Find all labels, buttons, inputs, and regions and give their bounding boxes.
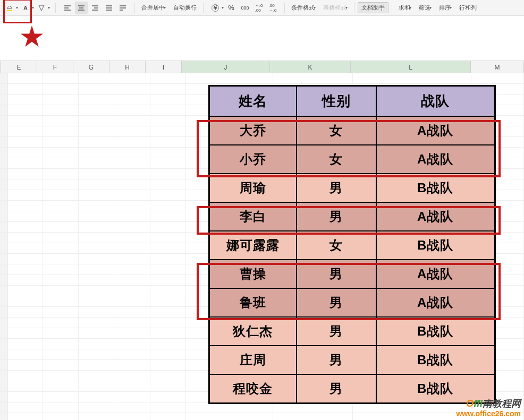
sort-button[interactable]: 排序▾ [436, 3, 455, 13]
rows-cols-button[interactable]: 行和列 [456, 3, 480, 13]
cell-name[interactable]: 周瑜 [209, 174, 297, 202]
ribbon-toolbar: ▾ A ▾ ▾ 合并居中▾ 自动换行 ¥ ▾ % 000 ←.0.00 .00→… [0, 0, 524, 16]
align-left-icon[interactable] [61, 2, 74, 14]
table-row[interactable]: 曹操男A战队 [209, 260, 495, 288]
sum-button[interactable]: 求和▾ [395, 3, 415, 13]
watermark-url: www.office26.com [456, 409, 521, 418]
cell-gender[interactable]: 男 [297, 288, 376, 317]
align-distribute-icon[interactable] [116, 2, 129, 14]
align-right-icon[interactable] [89, 2, 102, 14]
cell-name[interactable]: 鲁班 [209, 288, 297, 317]
header-team[interactable]: 战队 [376, 86, 495, 117]
cell-gender[interactable]: 女 [297, 116, 376, 145]
cell-team[interactable]: A战队 [376, 145, 495, 174]
column-header-G[interactable]: G [73, 61, 109, 73]
cell-gender[interactable]: 男 [297, 260, 376, 288]
align-center-icon[interactable] [75, 2, 88, 14]
table-row[interactable]: 程咬金男B战队 [209, 374, 495, 404]
table-row[interactable]: 周瑜男B战队 [209, 174, 495, 202]
cell-gender[interactable]: 男 [297, 374, 376, 404]
watermark: Offi南教程网 www.office26.com [456, 398, 521, 418]
decrease-decimal-icon[interactable]: .00→.0 [266, 2, 279, 14]
cell-team[interactable]: B战队 [376, 317, 495, 346]
cell-team[interactable]: A战队 [376, 116, 495, 145]
percent-icon[interactable]: % [225, 2, 238, 14]
cell-team[interactable]: B战队 [376, 174, 495, 202]
filter-button[interactable]: 筛选▾ [416, 3, 435, 13]
merge-center-button[interactable]: 合并居中▾ [138, 3, 169, 13]
table-row[interactable]: 娜可露露女B战队 [209, 231, 495, 260]
header-name[interactable]: 姓名 [209, 86, 297, 117]
align-justify-icon[interactable] [103, 2, 115, 14]
table-row[interactable]: 大乔女A战队 [209, 116, 495, 145]
chevron-down-icon[interactable]: ▾ [32, 5, 34, 10]
cell-gender[interactable]: 女 [297, 145, 376, 174]
column-header-F[interactable]: F [37, 61, 73, 73]
conditional-format-button[interactable]: 条件格式▾ [288, 3, 319, 13]
toolbar-highlight-box [3, 0, 32, 23]
table-header-row: 姓名 性别 战队 [209, 86, 495, 117]
chevron-down-icon[interactable]: ▾ [222, 5, 224, 10]
cell-name[interactable]: 程咬金 [209, 374, 297, 404]
table-row[interactable]: 鲁班男A战队 [209, 288, 495, 317]
column-header-M[interactable]: M [471, 61, 524, 73]
cell-name[interactable]: 大乔 [209, 116, 297, 145]
table-style-button: 表格样式▾ [320, 3, 351, 13]
chevron-down-icon[interactable]: ▾ [48, 5, 50, 10]
column-header-J[interactable]: J [182, 61, 270, 73]
cell-name[interactable]: 狄仁杰 [209, 317, 297, 346]
cell-gender[interactable]: 男 [297, 174, 376, 202]
cell-team[interactable]: A战队 [376, 202, 495, 231]
cell-name[interactable]: 小乔 [209, 145, 297, 174]
column-header-K[interactable]: K [270, 61, 351, 73]
cell-team[interactable]: B战队 [376, 231, 495, 260]
clear-format-icon[interactable] [35, 2, 48, 14]
cell-team[interactable]: B战队 [376, 346, 495, 374]
cell-name[interactable]: 娜可露露 [209, 231, 297, 260]
table-row[interactable]: 小乔女A战队 [209, 145, 495, 174]
column-header-H[interactable]: H [109, 61, 146, 73]
cell-name[interactable]: 庄周 [209, 346, 297, 374]
table-row[interactable]: 李白男A战队 [209, 202, 495, 231]
cell-team[interactable]: A战队 [376, 260, 495, 288]
column-header-E[interactable]: E [1, 61, 37, 73]
column-header-row: EFGHIJKLM [0, 61, 524, 73]
table-row[interactable]: 狄仁杰男B战队 [209, 317, 495, 346]
star-annotation-icon [20, 25, 44, 49]
wrap-text-button[interactable]: 自动换行 [170, 3, 200, 13]
data-table: 姓名 性别 战队 大乔女A战队小乔女A战队周瑜男B战队李白男A战队娜可露露女B战… [208, 85, 496, 404]
cell-name[interactable]: 李白 [209, 202, 297, 231]
comma-icon[interactable]: 000 [239, 2, 251, 14]
header-gender[interactable]: 性别 [297, 86, 376, 117]
column-header-I[interactable]: I [146, 61, 182, 73]
increase-decimal-icon[interactable]: ←.0.00 [252, 2, 265, 14]
cell-gender[interactable]: 女 [297, 231, 376, 260]
watermark-title: Offi南教程网 [456, 398, 521, 409]
doc-helper-button[interactable]: 文档助手 [358, 2, 388, 13]
cell-team[interactable]: A战队 [376, 288, 495, 317]
cell-name[interactable]: 曹操 [209, 260, 297, 288]
cell-gender[interactable]: 男 [297, 202, 376, 231]
cell-gender[interactable]: 男 [297, 317, 376, 346]
table-row[interactable]: 庄周男B战队 [209, 346, 495, 374]
cell-gender[interactable]: 男 [297, 346, 376, 374]
currency-icon[interactable]: ¥ [209, 2, 222, 14]
column-header-L[interactable]: L [351, 61, 471, 73]
